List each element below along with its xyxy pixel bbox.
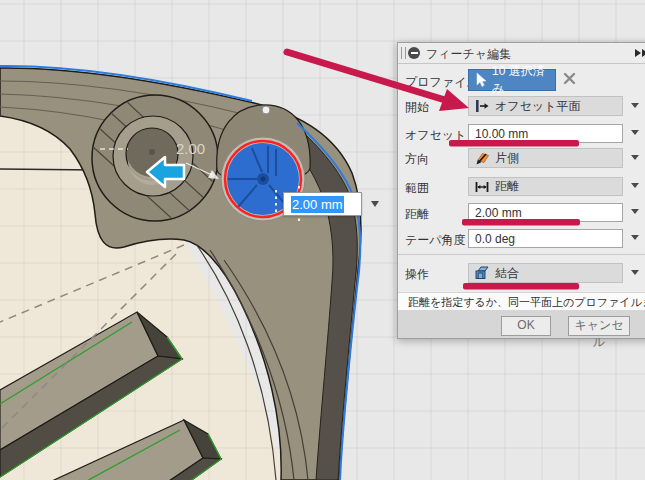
double-chevron-icon[interactable] [635, 49, 645, 58]
cursor-icon [473, 72, 489, 88]
vertex-marker[interactable] [262, 106, 270, 114]
distance-label: 距離 [405, 206, 429, 223]
caret-down-icon[interactable] [631, 183, 639, 192]
distance-input[interactable]: 2.00 mm [468, 203, 623, 222]
caret-down-icon[interactable] [631, 103, 639, 112]
dialog-title: フィーチャ編集 [426, 46, 511, 63]
caret-down-icon[interactable] [631, 209, 639, 218]
start-value: オフセット平面 [495, 98, 580, 115]
taper-input[interactable]: 0.0 deg [468, 229, 623, 248]
distance-value: 2.00 mm [475, 206, 522, 220]
profile-center-dot [261, 177, 266, 182]
feature-edit-dialog: フィーチャ編集 プロファイル 10 選択済み 開始 オフセット平面 オフセット [397, 42, 645, 339]
separator [398, 254, 645, 255]
caret-down-icon[interactable] [631, 155, 639, 164]
operation-dropdown[interactable]: 結合 [468, 263, 623, 283]
offset-value: 10.00 mm [475, 127, 528, 141]
caret-down-icon[interactable] [631, 270, 639, 279]
hole-center [149, 149, 155, 155]
offset-input[interactable]: 10.00 mm [468, 124, 623, 143]
caret-down-icon[interactable] [631, 235, 639, 244]
direction-label: 方向 [405, 151, 429, 168]
operation-label: 操作 [405, 266, 429, 283]
join-icon [474, 265, 490, 281]
cancel-button[interactable]: キャンセル [568, 316, 630, 336]
drag-grip-icon[interactable] [401, 47, 406, 59]
one-side-icon [474, 150, 490, 166]
close-x-icon[interactable] [562, 71, 577, 86]
ok-button[interactable]: OK [501, 316, 551, 336]
caret-down-icon[interactable] [631, 130, 639, 139]
extent-value: 距離 [495, 178, 519, 195]
dialog-header[interactable]: フィーチャ編集 [398, 43, 645, 64]
distance-icon [474, 179, 490, 195]
dialog-help-text: 距離を指定するか、同一平面上のプロファイルまた [398, 292, 645, 311]
fusion-viewport: 2.00 2.00 mm フィーチャ編集 プロファイル 10 選択済み 開始 [0, 0, 645, 480]
extent-dropdown[interactable]: 距離 [468, 177, 623, 196]
start-dropdown[interactable]: オフセット平面 [468, 96, 623, 116]
start-label: 開始 [405, 99, 429, 116]
taper-label: テーパ角度 [405, 232, 466, 249]
operation-value: 結合 [495, 265, 519, 282]
direction-dropdown[interactable]: 片側 [468, 148, 623, 168]
extent-label: 範囲 [405, 180, 429, 197]
selected-text: 2.00 mm [291, 196, 344, 213]
offset-label: オフセット [405, 127, 466, 144]
minus-circle-icon[interactable] [408, 47, 420, 59]
offset-plane-icon [474, 98, 490, 114]
caret-down-icon[interactable] [371, 201, 379, 211]
taper-value: 0.0 deg [475, 232, 515, 246]
profile-count-label: 10 選択済み [492, 63, 555, 97]
profile-select-button[interactable]: 10 選択済み [468, 69, 556, 91]
direction-value: 片側 [495, 150, 519, 167]
canvas-distance-input[interactable]: 2.00 mm [283, 192, 362, 216]
dialog-button-bar: OK キャンセル [398, 310, 645, 338]
dim-label: 2.00 [176, 140, 205, 157]
